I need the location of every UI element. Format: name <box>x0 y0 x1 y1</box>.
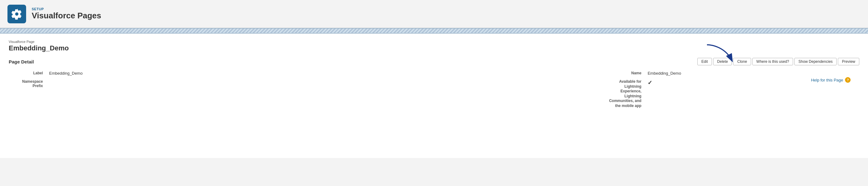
help-section: Help for this Page ? <box>811 77 850 83</box>
help-link[interactable]: Help for this Page <box>811 78 843 83</box>
show-dependencies-button[interactable]: Show Dependencies <box>794 58 837 65</box>
setup-icon <box>7 5 26 23</box>
where-used-button[interactable]: Where is this used? <box>752 58 793 65</box>
help-icon[interactable]: ? <box>845 77 850 83</box>
preview-button[interactable]: Preview <box>838 58 859 65</box>
section-title: Page Detail <box>9 59 34 64</box>
content-wrapper: Help for this Page ? Visualforce Page Em… <box>9 40 859 111</box>
clone-button[interactable]: Clone <box>733 58 751 65</box>
table-row: Namespace Prefix Available for Lightning… <box>9 78 859 111</box>
gear-icon <box>11 8 22 20</box>
main-content: Help for this Page ? Visualforce Page Em… <box>0 34 868 158</box>
delete-button[interactable]: Delete <box>713 58 732 65</box>
detail-table: Label Embedding_Demo Name Embedding_Demo… <box>9 69 859 111</box>
name-key: Name <box>601 69 645 78</box>
name-value: Embedding_Demo <box>645 69 859 78</box>
page-header: SETUP Visualforce Pages <box>0 0 868 28</box>
label-value: Embedding_Demo <box>46 69 261 78</box>
decorative-stripe <box>0 28 868 34</box>
setup-label: SETUP <box>32 7 101 11</box>
available-key: Available for Lightning Experience, Ligh… <box>601 78 645 111</box>
edit-button[interactable]: Edit <box>697 58 712 65</box>
label-key: Label <box>9 69 46 78</box>
action-buttons: Edit Delete Clone Where is this used? Sh… <box>697 58 859 65</box>
breadcrumb: Visualforce Page <box>9 40 859 43</box>
table-row: Label Embedding_Demo Name Embedding_Demo <box>9 69 859 78</box>
page-title: Embedding_Demo <box>9 44 859 52</box>
section-header: Page Detail Edit Delete Clone Where is t… <box>9 58 859 65</box>
header-text-block: SETUP Visualforce Pages <box>32 7 101 21</box>
header-page-title: Visualforce Pages <box>32 11 101 21</box>
namespace-key: Namespace Prefix <box>9 78 46 111</box>
namespace-value <box>46 78 261 111</box>
